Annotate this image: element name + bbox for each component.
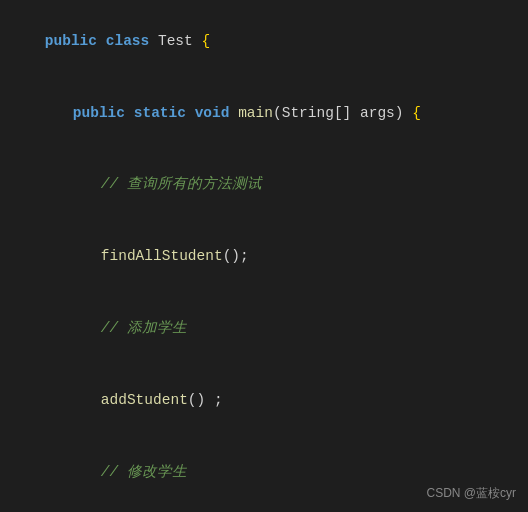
keyword-public: public <box>45 33 97 49</box>
code-line-6: addStudent() ; <box>10 365 518 437</box>
code-line-1: public class Test { <box>10 6 518 78</box>
code-line-3: // 查询所有的方法测试 <box>10 150 518 222</box>
watermark: CSDN @蓝桉cyr <box>426 484 516 504</box>
code-line-2: public static void main(String[] args) { <box>10 78 518 150</box>
keyword-class: class <box>106 33 150 49</box>
code-editor: public class Test { public static void m… <box>0 0 528 512</box>
code-line-4: findAllStudent(); <box>10 221 518 293</box>
code-line-5: // 添加学生 <box>10 293 518 365</box>
code-line-8: updateStudent(); <box>10 508 518 512</box>
